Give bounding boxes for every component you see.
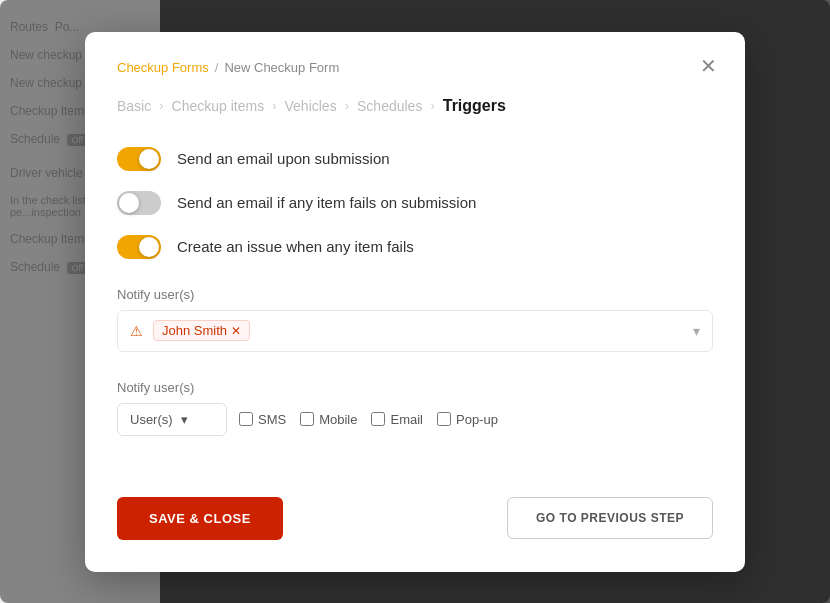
dropdown-arrow-icon: ▾ <box>693 323 700 339</box>
toggle-create-issue[interactable] <box>117 235 161 259</box>
step-basic[interactable]: Basic <box>117 98 151 114</box>
previous-step-button[interactable]: GO TO PREVIOUS STEP <box>507 497 713 539</box>
checkbox-mobile-input[interactable] <box>300 412 314 426</box>
toggle-row-2: Send an email if any item fails on submi… <box>117 191 713 215</box>
notify-users-label-2: Notify user(s) <box>117 380 713 395</box>
checkbox-sms-label: SMS <box>258 412 286 427</box>
notification-checkboxes: SMS Mobile Email Pop-up <box>239 412 498 427</box>
toggle-track-1[interactable] <box>117 147 161 171</box>
breadcrumb-link[interactable]: Checkup Forms <box>117 60 209 75</box>
user-tag-label: John Smith <box>162 323 227 338</box>
breadcrumb: Checkup Forms / New Checkup Form <box>117 60 713 75</box>
user-select-arrow-icon: ▾ <box>181 412 188 427</box>
toggle-email-fail[interactable] <box>117 191 161 215</box>
checkbox-sms-input[interactable] <box>239 412 253 426</box>
chevron-icon-2: › <box>272 98 276 113</box>
toggle-thumb-3 <box>139 237 159 257</box>
chevron-icon-1: › <box>159 98 163 113</box>
notify-users-label-1: Notify user(s) <box>117 287 713 302</box>
toggle-track-2[interactable] <box>117 191 161 215</box>
toggle-thumb-1 <box>139 149 159 169</box>
step-checkup-items[interactable]: Checkup items <box>172 98 265 114</box>
user-tag-john-smith[interactable]: John Smith ✕ <box>153 320 250 341</box>
step-schedules[interactable]: Schedules <box>357 98 422 114</box>
toggle-row-1: Send an email upon submission <box>117 147 713 171</box>
checkbox-popup-label: Pop-up <box>456 412 498 427</box>
steps-navigation: Basic › Checkup items › Vehicles › Sched… <box>117 97 713 115</box>
checkbox-mobile[interactable]: Mobile <box>300 412 357 427</box>
toggle-label-2: Send an email if any item fails on submi… <box>177 194 476 211</box>
checkbox-popup[interactable]: Pop-up <box>437 412 498 427</box>
notify-users-dropdown[interactable]: ⚠ John Smith ✕ ▾ <box>117 310 713 352</box>
checkbox-sms[interactable]: SMS <box>239 412 286 427</box>
toggle-thumb-2 <box>119 193 139 213</box>
toggle-email-submission[interactable] <box>117 147 161 171</box>
save-close-button[interactable]: SAVE & CLOSE <box>117 497 283 540</box>
user-select-label: User(s) <box>130 412 173 427</box>
checkbox-mobile-label: Mobile <box>319 412 357 427</box>
toggle-label-1: Send an email upon submission <box>177 150 390 167</box>
notify-tags: ⚠ John Smith ✕ <box>130 320 250 341</box>
close-button[interactable]: ✕ <box>696 52 721 80</box>
step-vehicles[interactable]: Vehicles <box>285 98 337 114</box>
checkbox-email-label: Email <box>390 412 423 427</box>
user-select-dropdown[interactable]: User(s) ▾ <box>117 403 227 436</box>
checkbox-popup-input[interactable] <box>437 412 451 426</box>
tag-remove-icon[interactable]: ✕ <box>231 325 241 337</box>
chevron-icon-3: › <box>345 98 349 113</box>
notify-users-row2: User(s) ▾ SMS Mobile Email Pop-up <box>117 403 713 436</box>
toggle-track-3[interactable] <box>117 235 161 259</box>
chevron-icon-4: › <box>430 98 434 113</box>
toggle-row-3: Create an issue when any item fails <box>117 235 713 259</box>
breadcrumb-separator: / <box>215 60 219 75</box>
modal-dialog: Checkup Forms / New Checkup Form ✕ Basic… <box>85 32 745 572</box>
checkbox-email[interactable]: Email <box>371 412 423 427</box>
toggle-label-3: Create an issue when any item fails <box>177 238 414 255</box>
warning-icon: ⚠ <box>130 323 143 339</box>
checkbox-email-input[interactable] <box>371 412 385 426</box>
step-triggers[interactable]: Triggers <box>443 97 506 115</box>
modal-footer: SAVE & CLOSE GO TO PREVIOUS STEP <box>117 485 713 540</box>
breadcrumb-current: New Checkup Form <box>224 60 339 75</box>
